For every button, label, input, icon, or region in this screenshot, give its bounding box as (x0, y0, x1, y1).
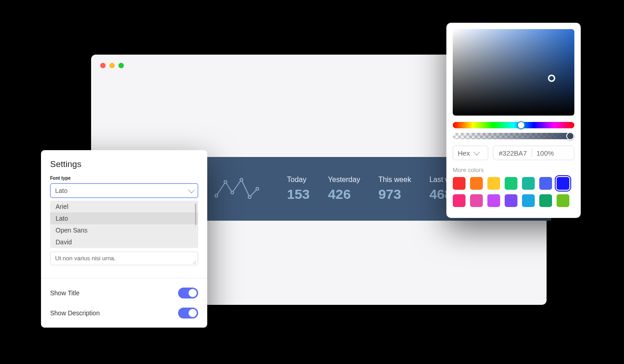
hue-thumb-icon[interactable] (517, 121, 525, 129)
hex-input[interactable]: #322BA7 100% (493, 146, 574, 160)
sparkline-chart (214, 175, 260, 202)
show-description-row: Show Description (41, 303, 207, 323)
description-textarea[interactable]: Ut non varius nisi urna. (50, 252, 198, 265)
stat-label: Yesterday (328, 176, 360, 184)
swatch[interactable] (470, 177, 483, 190)
color-input-row: Hex #322BA7 100% (453, 146, 574, 160)
stat-this-week: This week 973 (378, 176, 411, 202)
font-option-open-sans[interactable]: Open Sans (50, 224, 198, 236)
font-select[interactable]: Lato (50, 183, 198, 198)
swatch[interactable] (557, 194, 569, 207)
swatch[interactable] (470, 194, 483, 207)
textarea-value: Ut non varius nisi urna. (55, 255, 116, 262)
hue-slider[interactable] (453, 122, 574, 128)
saturation-brightness-field[interactable] (453, 29, 574, 116)
swatch[interactable] (453, 177, 465, 190)
svg-point-5 (256, 187, 259, 190)
settings-title: Settings (41, 150, 207, 174)
color-cursor-icon[interactable] (548, 75, 555, 82)
swatch[interactable] (505, 177, 517, 190)
swatch[interactable] (505, 194, 517, 207)
show-description-toggle[interactable] (178, 308, 198, 318)
stat-yesterday: Yesterday 426 (328, 176, 360, 202)
color-format-select[interactable]: Hex (453, 146, 488, 160)
swatch-row-2 (453, 194, 574, 207)
font-dropdown-list: Ariel Lato Open Sans David (50, 201, 198, 248)
stat-value: 153 (287, 187, 310, 202)
resize-handle-icon[interactable] (192, 259, 197, 264)
swatch[interactable] (487, 194, 500, 207)
swatch[interactable] (487, 177, 500, 190)
font-option-lato[interactable]: Lato (50, 212, 198, 224)
svg-point-4 (248, 196, 251, 198)
show-description-label: Show Description (50, 309, 100, 317)
stat-value: 426 (328, 187, 360, 202)
stat-label: Today (287, 176, 310, 184)
settings-panel: Settings Font type Lato Ariel Lato Open … (41, 150, 207, 328)
hex-value: #322BA7 (499, 149, 527, 157)
format-value: Hex (458, 149, 470, 157)
svg-point-2 (231, 191, 234, 194)
minimize-window-icon[interactable] (109, 63, 115, 68)
show-title-toggle[interactable] (178, 288, 198, 298)
svg-point-1 (224, 181, 227, 183)
swatch[interactable] (539, 177, 552, 190)
chevron-down-icon (188, 187, 194, 193)
more-colors-label: More colors (453, 167, 574, 173)
svg-point-3 (240, 178, 243, 181)
divider (532, 149, 532, 157)
font-option-ariel[interactable]: Ariel (50, 201, 198, 212)
opacity-value: 100% (537, 149, 554, 157)
stat-label: This week (378, 176, 411, 184)
svg-point-0 (215, 194, 218, 197)
close-window-icon[interactable] (100, 63, 106, 68)
show-title-row: Show Title (41, 283, 207, 303)
stat-today: Today 153 (287, 176, 310, 202)
color-picker-panel: Hex #322BA7 100% More colors (446, 23, 581, 218)
maximize-window-icon[interactable] (118, 63, 124, 68)
swatch-row-1 (453, 177, 574, 190)
chevron-down-icon (473, 149, 480, 156)
font-option-david[interactable]: David (50, 236, 198, 248)
scrollbar[interactable] (195, 203, 196, 225)
swatch-selected[interactable] (557, 177, 569, 190)
font-selected-value: Lato (55, 187, 67, 194)
stat-value: 973 (378, 187, 411, 202)
show-title-label: Show Title (50, 289, 80, 297)
swatch[interactable] (522, 194, 535, 207)
alpha-thumb-icon[interactable] (566, 132, 574, 140)
font-type-label: Font type (41, 174, 207, 183)
divider (41, 278, 207, 278)
swatch[interactable] (539, 194, 552, 207)
alpha-slider[interactable] (453, 133, 574, 139)
swatch[interactable] (522, 177, 535, 190)
swatch[interactable] (453, 194, 465, 207)
